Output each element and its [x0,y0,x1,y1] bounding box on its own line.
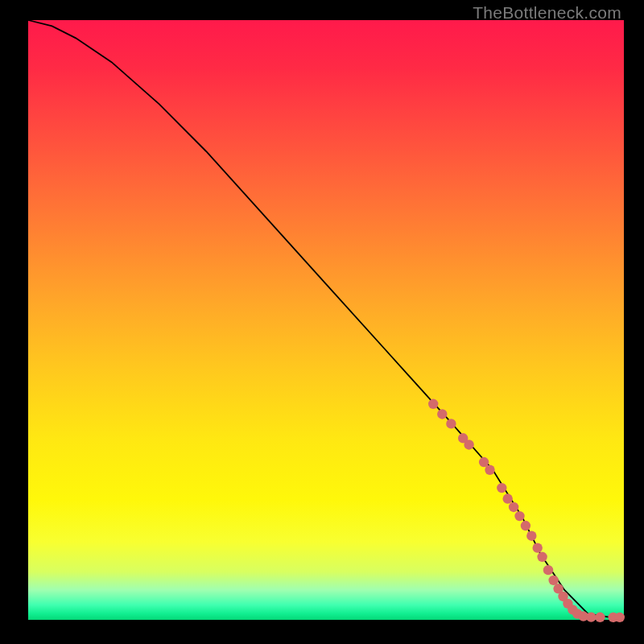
chart-dot [464,440,473,449]
chart-dot [521,521,530,530]
chart-svg [28,20,624,620]
chart-plot-area [28,20,624,620]
chart-dot [446,419,456,428]
chart-dot [437,409,447,419]
chart-dot [509,502,518,512]
chart-line [28,20,624,617]
chart-dot [586,612,596,621]
chart-dot-group [428,399,625,622]
chart-dot [543,565,553,575]
chart-dot [497,483,506,493]
chart-dot [514,511,524,521]
chart-dot [526,531,536,541]
chart-stage: TheBottleneck.com [0,0,644,644]
chart-dot [615,613,625,622]
chart-dot [428,399,438,409]
chart-dot [503,493,513,503]
chart-dot [595,613,605,622]
chart-dot [533,543,543,552]
chart-dot [537,552,547,562]
chart-dot [548,576,558,585]
watermark-label: TheBottleneck.com [473,3,621,23]
chart-dot [485,465,494,475]
